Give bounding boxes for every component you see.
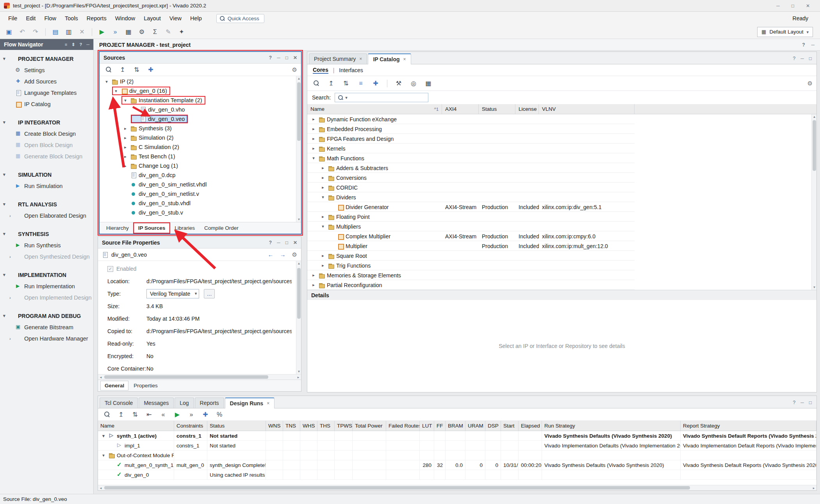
scroll-thumb[interactable]	[297, 82, 301, 141]
expander-icon[interactable]: ▾	[113, 89, 119, 94]
step-forward-icon[interactable]: »	[186, 410, 196, 420]
redo-icon[interactable]: ↷	[30, 27, 41, 37]
catalog-row[interactable]: ▸ Square Root	[307, 251, 816, 261]
run-row[interactable]: ▾ Out-of-Context Module Runs	[98, 451, 816, 460]
column-header[interactable]: WHS	[300, 421, 317, 431]
flow-nav-item[interactable]: › Open Elaborated Design	[0, 210, 93, 221]
layout-select[interactable]: Default Layout	[757, 27, 813, 37]
flow-nav-item[interactable]: › Open Synthesized Design	[0, 251, 93, 262]
column-header[interactable]: Total Power	[353, 421, 386, 431]
tree-row[interactable]: div_gen_0.vho	[100, 105, 301, 114]
minimize-icon[interactable]	[776, 4, 780, 8]
property-value[interactable]: Yes	[146, 341, 155, 347]
help-icon[interactable]	[269, 240, 272, 245]
property-value[interactable]: d:/ProgramFiles/FPGA/test_project/test_p…	[146, 278, 292, 284]
catalog-row[interactable]: ▸ Trig Functions	[307, 261, 816, 270]
scroll-down-icon[interactable]: ▼	[296, 369, 301, 374]
grid-icon[interactable]: ▦	[423, 78, 433, 89]
separator[interactable]	[92, 28, 92, 36]
help-icon[interactable]	[793, 400, 796, 405]
catalog-row[interactable]: ▸ Adders & Subtracters	[307, 163, 816, 173]
target-icon[interactable]: ◎	[408, 78, 419, 89]
tab-general[interactable]: General	[100, 381, 128, 390]
flow-nav-item[interactable]: ▾ IMPLEMENTATION	[0, 269, 93, 280]
enabled-checkbox[interactable]	[107, 266, 113, 272]
expand-all-icon[interactable]: ⇅	[130, 410, 140, 420]
column-header[interactable]: THS	[317, 421, 335, 431]
tree-row[interactable]: ▸ Test Bench (1)	[100, 152, 301, 161]
menu-item[interactable]: Edit	[21, 13, 40, 23]
tree-row[interactable]: div_gen_0_sim_netlist.v	[100, 189, 301, 199]
menu-item[interactable]: Tools	[61, 13, 82, 23]
scroll-thumb[interactable]	[104, 375, 268, 379]
flow-nav-item[interactable]: Run Implementation	[0, 280, 93, 292]
help-icon[interactable]	[79, 43, 82, 47]
add-sources-icon[interactable]: ✚	[146, 65, 156, 75]
expander-icon[interactable]: ▾	[103, 79, 110, 84]
expander-icon[interactable]: ▾	[320, 224, 326, 229]
catalog-row[interactable]: ▸ Partial Reconfiguration	[307, 280, 816, 290]
column-header[interactable]: DSP	[485, 421, 501, 431]
scroll-right-icon[interactable]: ▸	[296, 374, 301, 380]
scroll-up-icon[interactable]: ▲	[296, 261, 301, 266]
column-header[interactable]: Name	[98, 421, 174, 431]
scroll-down-icon[interactable]: ▼	[812, 285, 816, 290]
report-icon[interactable]: ▤	[50, 27, 61, 37]
tree-row[interactable]: ▾ div_gen_0 (16)	[100, 86, 301, 96]
expand-all-icon[interactable]: ⇅	[341, 78, 351, 89]
column-header[interactable]: WNS	[266, 421, 283, 431]
subtab-cores[interactable]: Cores	[313, 67, 328, 74]
column-header[interactable]: Failed Routes	[386, 421, 420, 431]
tree-row[interactable]: div_gen_0_stub.vhdl	[100, 199, 301, 208]
property-value[interactable]: No	[146, 366, 153, 372]
scroll-up-icon[interactable]: ▲	[812, 114, 816, 119]
flow-nav-item[interactable]: Add Sources	[0, 76, 93, 87]
close-tab-icon[interactable]: ×	[403, 57, 406, 62]
float-icon[interactable]	[285, 55, 288, 60]
expander-icon[interactable]: ▸	[310, 117, 317, 122]
separator[interactable]	[45, 28, 46, 36]
flow-nav-item[interactable]: › Open Hardware Manager	[0, 333, 93, 344]
help-icon[interactable]	[802, 43, 805, 47]
expand-collapse-icon[interactable]	[71, 43, 75, 47]
step-back-icon[interactable]: «	[158, 410, 168, 420]
expander-icon[interactable]: ▾	[310, 156, 317, 161]
tree-row[interactable]: div_gen_0.dcp	[100, 170, 301, 180]
catalog-row[interactable]: Complex Multiplier AXI4-Stream Productio…	[307, 231, 816, 241]
minimize-icon[interactable]	[277, 240, 280, 245]
scroll-thumb[interactable]	[297, 268, 301, 319]
run-icon[interactable]: ▶	[97, 27, 107, 37]
flow-nav-item[interactable]: ▾ IP INTEGRATOR	[0, 117, 93, 128]
flow-nav-item[interactable]: Create Block Design	[0, 128, 93, 139]
scroll-down-icon[interactable]: ▼	[296, 217, 301, 222]
help-icon[interactable]	[793, 56, 796, 61]
create-run-icon[interactable]: ✚	[200, 410, 210, 420]
minimize-icon[interactable]	[800, 56, 804, 61]
expander-icon[interactable]: ▸	[310, 282, 317, 287]
search-icon[interactable]	[103, 65, 114, 75]
delete-icon[interactable]: ✕	[77, 27, 87, 37]
column-header-axi4[interactable]: AXI4	[442, 104, 479, 114]
expander-icon[interactable]: ▸	[320, 263, 326, 268]
menu-icon[interactable]	[65, 43, 67, 47]
percent-icon[interactable]: %	[214, 410, 225, 420]
menu-item[interactable]: Layout	[139, 13, 165, 23]
flow-nav-item[interactable]: ▾ SIMULATION	[0, 169, 93, 180]
catalog-row[interactable]: ▸ CORDIC	[307, 183, 816, 192]
catalog-row[interactable]: ▾ Dividers	[307, 192, 816, 202]
tab-design-runs[interactable]: Design Runs ×	[225, 398, 275, 408]
flow-nav-item[interactable]: Language Templates	[0, 87, 93, 98]
flow-nav-item[interactable]: Run Simulation	[0, 180, 93, 192]
expander-icon[interactable]: ▸	[122, 126, 128, 131]
catalog-row[interactable]: ▸ Kernels	[307, 144, 816, 153]
help-icon[interactable]	[269, 55, 272, 60]
flow-nav-item[interactable]: Generate Block Design	[0, 151, 93, 162]
catalog-row[interactable]: Divider Generator AXI4-Stream Production…	[307, 202, 816, 212]
step-icon[interactable]: »	[110, 27, 120, 37]
tree-row[interactable]: div_gen_0_sim_netlist.vhdl	[100, 180, 301, 189]
column-header[interactable]: BRAM	[446, 421, 465, 431]
close-tab-icon[interactable]: ×	[359, 56, 362, 62]
run-icon[interactable]: ▶	[172, 410, 182, 420]
property-value[interactable]: Today at 14:03:46 PM	[146, 316, 200, 322]
tab-log[interactable]: Log	[175, 398, 194, 408]
